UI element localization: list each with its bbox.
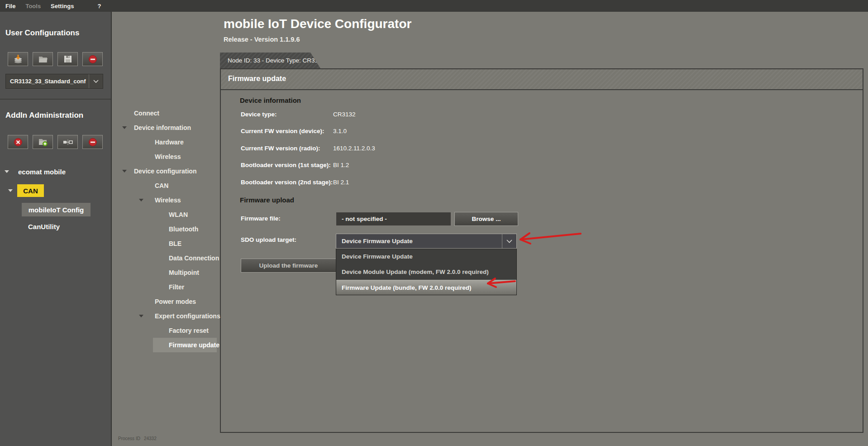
nav-item-wireless-info[interactable]: Wireless <box>112 149 220 164</box>
process-id-label: Process ID <box>118 436 140 441</box>
device-type-value: CR3132 <box>333 111 356 118</box>
device-nav-list: Connect Device information Hardware Wire… <box>112 106 220 352</box>
addin-administration-title: AddIn Administration <box>5 111 83 120</box>
menu-settings[interactable]: Settings <box>48 3 76 10</box>
menu-tools[interactable]: Tools <box>23 3 43 10</box>
bootloader-2nd-label: Bootloader version (2nd stage): <box>241 179 333 186</box>
nav-item-ble[interactable]: BLE <box>112 236 220 251</box>
sidebar-divider <box>0 99 111 100</box>
fw-version-device-value: 3.1.0 <box>333 128 347 134</box>
remove-x-icon <box>14 138 23 147</box>
addin-close-button[interactable] <box>8 135 28 149</box>
tree-expander-icon[interactable] <box>8 189 13 192</box>
remove-minus-icon <box>88 55 97 64</box>
chevron-down-icon <box>93 80 99 83</box>
nav-item-device-information[interactable]: Device information <box>112 120 220 135</box>
bootloader-1st-value: BI 1.2 <box>333 162 349 168</box>
can-badge[interactable]: CAN <box>17 184 44 197</box>
panel-title: Firmware update <box>228 75 863 83</box>
nav-item-hardware[interactable]: Hardware <box>112 135 220 149</box>
nav-item-multipoint[interactable]: Multipoint <box>112 265 220 280</box>
delete-config-button[interactable] <box>82 52 103 66</box>
menu-bar: File Tools Settings ? <box>0 0 868 12</box>
sdo-target-dropdown-arrow[interactable] <box>502 234 516 248</box>
nav-item-connect[interactable]: Connect <box>112 106 220 120</box>
menu-file[interactable]: File <box>3 3 18 10</box>
panel-header: Firmware update <box>221 69 863 90</box>
firmware-upload-heading: Firmware upload <box>240 196 294 204</box>
save-config-button[interactable] <box>57 52 78 66</box>
sdo-target-selected-value: Device Firmware Update <box>336 238 502 245</box>
process-id-value: 24332 <box>144 436 157 441</box>
nav-item-data-connection[interactable]: Data Connection <box>112 251 220 265</box>
page-title: mobile IoT Device Configurator <box>224 16 411 32</box>
device-nav-panel: Connect Device information Hardware Wire… <box>111 12 220 446</box>
nav-item-power-modes[interactable]: Power modes <box>112 294 220 309</box>
nav-item-device-configuration[interactable]: Device configuration <box>112 164 220 178</box>
tree-item-mobileiot-config[interactable]: mobileIoT Config <box>22 203 91 216</box>
tree-item-canutility[interactable]: CanUtility <box>28 223 60 230</box>
bootloader-1st-label: Bootloader version (1st stage): <box>241 162 331 168</box>
config-select-arrow[interactable] <box>89 74 103 88</box>
version-subtitle: Release - Version 1.1.9.6 <box>224 36 300 43</box>
tree-expander-icon[interactable] <box>5 170 9 173</box>
import-config-button[interactable] <box>8 52 28 66</box>
user-config-toolbar <box>8 52 103 66</box>
nav-item-can[interactable]: CAN <box>112 178 220 193</box>
tree-root-label: ecomat mobile <box>18 168 66 176</box>
user-configurations-title: User Configurations <box>5 29 79 38</box>
nav-item-bluetooth[interactable]: Bluetooth <box>112 222 220 236</box>
connection-icon <box>62 139 73 145</box>
nav-item-wlan[interactable]: WLAN <box>112 207 220 222</box>
dropdown-option-firmware-update-bundle[interactable]: Firmware Update (bundle, FW 2.0.0 requir… <box>336 280 516 295</box>
chevron-down-icon <box>506 240 512 243</box>
left-sidebar: User Configurations <box>0 12 111 446</box>
bootloader-2nd-value: BI 2.1 <box>333 179 349 186</box>
sdo-target-dropdown[interactable]: Device Firmware Update <box>336 234 517 249</box>
tree-item-ecomat-mobile[interactable]: ecomat mobile <box>0 166 111 177</box>
nav-expander-icon[interactable] <box>139 315 143 317</box>
nav-item-expert-configurations[interactable]: Expert configurations <box>112 309 220 323</box>
firmware-file-label: Firmware file: <box>241 215 281 222</box>
nav-expander-icon[interactable] <box>122 126 127 129</box>
remove-minus-icon <box>88 138 97 147</box>
nav-item-firmware-update[interactable]: Firmware update <box>112 338 220 352</box>
nav-expander-icon[interactable] <box>139 199 143 201</box>
browse-button[interactable]: Browse ... <box>454 212 518 226</box>
dropdown-option-device-module-update[interactable]: Device Module Update (modem, FW 2.0.0 re… <box>336 264 516 280</box>
fw-version-radio-label: Current FW version (radio): <box>241 145 320 152</box>
addin-connect-button[interactable] <box>57 135 78 149</box>
firmware-update-panel: Firmware update Device information Devic… <box>220 68 863 433</box>
device-type-label: Device type: <box>241 111 277 118</box>
upload-firmware-button[interactable]: Upload the firmware <box>241 259 336 273</box>
menu-help[interactable]: ? <box>95 3 104 10</box>
config-select[interactable]: CR3132_33_Standard_conf <box>5 74 103 89</box>
addin-delete-button[interactable] <box>82 135 103 149</box>
firmware-file-value: - not specified - <box>336 216 387 222</box>
nav-item-wireless-config[interactable]: Wireless <box>112 193 220 207</box>
fw-version-device-label: Current FW version (device): <box>241 128 324 134</box>
device-tab-label: Node ID: 33 - Device Type: CR3132 <box>228 57 325 64</box>
device-information-heading: Device information <box>240 96 301 104</box>
save-icon <box>63 55 72 63</box>
fw-version-radio-value: 1610.2.11.2.0.3 <box>333 145 375 152</box>
process-id-status: Process ID24332 <box>118 436 157 441</box>
dropdown-option-device-firmware-update[interactable]: Device Firmware Update <box>336 249 516 264</box>
addin-add-button[interactable] <box>33 135 53 149</box>
config-select-value: CR3132_33_Standard_conf <box>6 78 89 85</box>
open-folder-icon <box>38 55 48 63</box>
firmware-file-input[interactable]: - not specified - <box>336 212 451 226</box>
sdo-upload-target-label: SDO upload target: <box>241 236 296 243</box>
open-config-button[interactable] <box>33 52 53 66</box>
add-folder-icon <box>38 138 48 147</box>
nav-item-factory-reset[interactable]: Factory reset <box>112 323 220 338</box>
addin-toolbar <box>8 135 103 149</box>
import-config-icon <box>13 55 23 64</box>
tree-item-can[interactable]: CAN <box>0 184 111 197</box>
device-tab[interactable]: Node ID: 33 - Device Type: CR3132 <box>220 53 320 68</box>
nav-item-filter[interactable]: Filter <box>112 280 220 294</box>
sdo-target-dropdown-list: Device Firmware Update Device Module Upd… <box>336 249 517 295</box>
nav-expander-icon[interactable] <box>122 170 127 173</box>
